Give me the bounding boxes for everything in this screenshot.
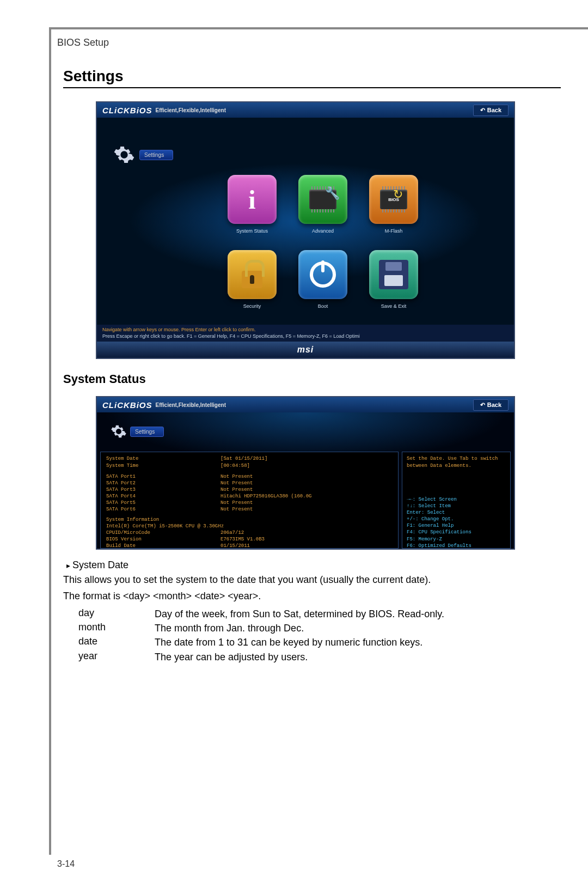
- key-hint: F1: General Help: [407, 522, 506, 529]
- gear-icon: [113, 144, 135, 166]
- row-label: SATA Port6: [106, 506, 220, 513]
- row-value: Not Present: [220, 486, 253, 493]
- status-right-panel: Set the Date. Use Tab to switch between …: [402, 452, 511, 549]
- row-label: SATA Port3: [106, 486, 220, 493]
- key-hint: F6: Optimized Defaults: [407, 543, 506, 549]
- doc-key: year: [78, 650, 155, 664]
- row-value: 01/15/2011: [220, 543, 250, 549]
- doc-row: date The date from 1 to 31 can be keyed …: [78, 636, 561, 649]
- chip-wrench-icon: 🔧: [298, 175, 347, 224]
- bios-topbar: CLiCKBiOS Efficient,Flexible,Intelligent…: [97, 397, 514, 412]
- floppy-icon: [369, 250, 418, 299]
- tile-label: Advanced: [293, 228, 353, 234]
- settings-breadcrumb: Settings: [113, 144, 173, 166]
- back-arrow-icon: ↶: [480, 107, 485, 114]
- back-arrow-icon: ↶: [480, 402, 485, 409]
- help-line: Press Escape or right click to go back. …: [102, 333, 509, 340]
- row-label: SATA Port4: [106, 493, 220, 500]
- row-value: Not Present: [220, 506, 253, 513]
- doc-row: day Day of the week, from Sun to Sat, de…: [78, 607, 561, 621]
- section-title: Settings: [63, 68, 561, 88]
- doc-val: The date from 1 to 31 can be keyed by nu…: [155, 636, 561, 649]
- bios-topbar: CLiCKBiOS Efficient,Flexible,Intelligent…: [97, 102, 514, 118]
- gear-icon: [111, 423, 127, 440]
- row-value: 206a7/12: [220, 530, 244, 536]
- key-hint: ↑↓: Select Item: [407, 503, 506, 509]
- row-label: CPUID/MicroCode: [106, 530, 220, 536]
- tile-save-exit[interactable]: Save & Exit: [364, 250, 424, 309]
- page-number: 3-14: [57, 859, 75, 869]
- doc-key: day: [78, 607, 155, 621]
- row-label: System Time: [106, 463, 220, 469]
- help-line: Navigate with arrow keys or mouse. Press…: [102, 327, 509, 333]
- key-hint: Enter: Select: [407, 509, 506, 516]
- msi-brand-bar: msi: [97, 342, 514, 358]
- bios-logo-text: CLiCKBiOS: [102, 400, 152, 410]
- row-value: Not Present: [220, 473, 253, 480]
- bios-status-screenshot: CLiCKBiOS Efficient,Flexible,Intelligent…: [96, 396, 515, 550]
- row-label: SATA Port2: [106, 480, 220, 486]
- key-hint: F5: Memory-Z: [407, 536, 506, 543]
- doc-row: month The month from Jan. through Dec.: [78, 622, 561, 635]
- bios-settings-screenshot: CLiCKBiOS Efficient,Flexible,Intelligent…: [96, 101, 515, 359]
- key-hint: →←: Select Screen: [407, 496, 506, 503]
- tile-label: Boot: [293, 303, 353, 309]
- bios-chip-icon: BIOS↻: [369, 175, 418, 224]
- tile-advanced[interactable]: 🔧 Advanced: [293, 175, 353, 234]
- back-label: Back: [487, 107, 501, 113]
- settings-breadcrumb: Settings: [111, 423, 164, 440]
- doc-val: The month from Jan. through Dec.: [155, 622, 561, 635]
- info-icon: i: [228, 175, 277, 224]
- key-hint: +/-: Change Opt.: [407, 516, 506, 522]
- help-bar: Navigate with arrow keys or mouse. Press…: [97, 325, 514, 342]
- status-left-panel: System Date[Sat 01/15/2011] System Time[…: [100, 452, 399, 549]
- doc-key: month: [78, 622, 155, 635]
- settings-label: Settings: [139, 150, 173, 160]
- row-value[interactable]: [Sat 01/15/2011]: [220, 455, 267, 462]
- row-value: Not Present: [220, 480, 253, 486]
- row-label: SATA Port1: [106, 473, 220, 480]
- row-value[interactable]: [00:04:58]: [220, 463, 250, 469]
- row-label: BIOS Version: [106, 536, 220, 543]
- row-label: Build Date: [106, 543, 220, 549]
- row-value: Hitachi HDP725016GLA380 (160.0G: [220, 493, 311, 500]
- back-button[interactable]: ↶ Back: [473, 399, 509, 411]
- tile-boot[interactable]: Boot: [293, 250, 353, 309]
- bios-logo-text: CLiCKBiOS: [102, 106, 152, 115]
- lock-icon: [228, 250, 277, 299]
- help-text: Set the Date. Use Tab to switch: [407, 455, 506, 462]
- doc-val: Day of the week, from Sun to Sat, determ…: [155, 607, 561, 621]
- doc-item-title: System Date: [66, 559, 561, 571]
- tile-security[interactable]: Security: [222, 250, 282, 309]
- bios-tagline: Efficient,Flexible,Intelligent: [156, 107, 226, 113]
- key-hint: F4: CPU Specifications: [407, 529, 506, 536]
- bios-tagline: Efficient,Flexible,Intelligent: [156, 402, 226, 408]
- settings-label: Settings: [130, 427, 164, 437]
- back-label: Back: [487, 402, 501, 408]
- help-text: between Data elements.: [407, 463, 506, 469]
- row-label: System Date: [106, 455, 220, 462]
- doc-row: year The year can be adjusted by users.: [78, 650, 561, 664]
- row-label: SATA Port5: [106, 500, 220, 506]
- tile-system-status[interactable]: i System Status: [222, 175, 282, 234]
- row-value: Not Present: [220, 500, 253, 506]
- tile-label: Security: [222, 303, 282, 309]
- sysinfo-header: System Information: [106, 516, 393, 523]
- doc-val: The year can be adjusted by users.: [155, 650, 561, 664]
- doc-paragraph: The format is <day> <month> <date> <year…: [63, 589, 561, 603]
- doc-key: date: [78, 636, 155, 649]
- power-icon: [298, 250, 347, 299]
- row-value: E7673IMS V1.0B3: [220, 536, 265, 543]
- row-label: Intel(R) Core(TM) i5-2500K CPU @ 3.30GHz: [106, 523, 224, 530]
- tile-label: Save & Exit: [364, 303, 424, 309]
- tile-mflash[interactable]: BIOS↻ M-Flash: [364, 175, 424, 234]
- doc-paragraph: This allows you to set the system to the…: [63, 573, 561, 587]
- tile-label: M-Flash: [364, 228, 424, 234]
- back-button[interactable]: ↶ Back: [473, 105, 509, 116]
- tile-label: System Status: [222, 228, 282, 234]
- subsection-title: System Status: [63, 372, 561, 386]
- page-frame: Settings CLiCKBiOS Efficient,Flexible,In…: [49, 27, 588, 855]
